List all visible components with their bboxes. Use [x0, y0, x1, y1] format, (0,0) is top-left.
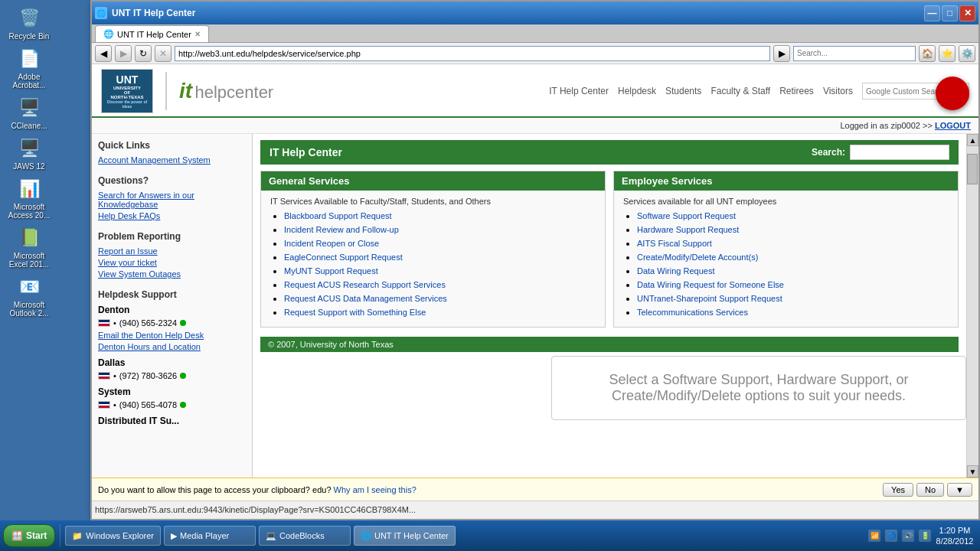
it-help-center-bar: IT Help Center Search: [260, 140, 959, 165]
access-label: Microsoft Access 20... [6, 203, 52, 220]
outlook-icon: 📧 [17, 275, 41, 299]
active-tab[interactable]: 🌐 UNT IT Help Center ✕ [95, 25, 209, 42]
desktop-icon-excel[interactable]: 📗 Microsoft Excel 201... [6, 226, 52, 269]
why-link[interactable]: Why am I seeing this? [334, 485, 416, 494]
nav-faculty-staff[interactable]: Faculty & Staff [710, 86, 770, 96]
aits-fiscal-link[interactable]: AITS Fiscal Support [637, 239, 712, 248]
email-denton-link[interactable]: Email the Denton Help Desk [98, 331, 246, 340]
view-ticket-link[interactable]: View your ticket [98, 258, 246, 267]
access-icon: 📊 [17, 177, 41, 201]
list-item: Data Wiring Request for Someone Else [637, 279, 949, 290]
employee-services-list: Software Support Request Hardware Suppor… [623, 210, 949, 318]
denton-hours-link[interactable]: Denton Hours and Location [98, 342, 246, 351]
list-item: Data Wiring Request [637, 266, 949, 276]
favorites-button[interactable]: ⭐ [939, 45, 956, 62]
quick-links-title: Quick Links [98, 140, 246, 151]
myunt-link[interactable]: MyUNT Support Request [284, 266, 378, 276]
desktop-icon-ccleaner[interactable]: 🖥️ CCleane... [6, 96, 52, 130]
taskbar-browser[interactable]: 🌐 UNT IT Help Center [354, 526, 456, 546]
recycle-bin-icon: 🗑️ [17, 6, 41, 31]
nav-visitors[interactable]: Visitors [823, 86, 853, 96]
account-mgmt-link[interactable]: Account Management System [98, 155, 246, 165]
something-else-link[interactable]: Request Support with Something Else [284, 308, 426, 317]
scroll-down-button[interactable]: ▼ [967, 465, 978, 478]
tray-sound-icon: 🔊 [902, 530, 914, 542]
desktop-icon-access[interactable]: 📊 Microsoft Access 20... [6, 177, 52, 220]
close-button[interactable]: ✕ [959, 5, 975, 21]
blackboard-link[interactable]: Blackboard Support Request [284, 211, 392, 220]
list-item: Incident Reopen or Close [284, 238, 596, 249]
eagleconnect-link[interactable]: EagleConnect Support Request [284, 253, 403, 262]
address-input[interactable] [175, 46, 770, 61]
employee-services-header: Employee Services [614, 171, 958, 191]
software-support-link[interactable]: Software Support Request [637, 211, 736, 220]
desktop-icon-recycle-bin[interactable]: 🗑️ Recycle Bin [6, 6, 52, 41]
minimize-button[interactable]: — [924, 5, 940, 21]
tools-button[interactable]: ⚙️ [959, 45, 975, 62]
desktop-icon-acrobat[interactable]: 📄 Adobe Acrobat... [6, 47, 52, 90]
close-notification-button[interactable]: ▼ [947, 483, 972, 497]
scroll-up-button[interactable]: ▲ [967, 134, 978, 146]
telecom-link[interactable]: Telecommunications Services [637, 308, 748, 317]
taskbar-media[interactable]: ▶ Media Player [164, 526, 256, 546]
taskbar-codeblock[interactable]: 💻 CodeBlocks [259, 526, 351, 546]
forward-button[interactable]: ▶ [115, 45, 132, 62]
home-button[interactable]: 🏠 [919, 45, 936, 62]
back-button[interactable]: ◀ [95, 45, 112, 62]
knowledgebase-link[interactable]: Search for Answers in our Knowledgebase [98, 191, 246, 209]
browser-icon: 🌐 [95, 7, 107, 19]
distributed-title: Distributed IT Su... [98, 416, 246, 426]
acrobat-icon: 📄 [17, 47, 41, 71]
acus-data-link[interactable]: Request ACUS Data Management Services [284, 294, 447, 303]
maximize-button[interactable]: □ [942, 5, 958, 21]
scroll-thumb[interactable] [967, 154, 978, 184]
incident-review-link[interactable]: Incident Review and Follow-up [284, 225, 399, 234]
distributed-section: Distributed IT Su... [98, 416, 246, 426]
nav-it-help-center[interactable]: IT Help Center [549, 86, 609, 96]
data-wiring-link[interactable]: Data Wiring Request [637, 266, 715, 276]
incident-reopen-link[interactable]: Incident Reopen or Close [284, 239, 379, 248]
explorer-icon: 📁 [72, 531, 83, 541]
scrollbar[interactable]: ▲ ▼ [966, 134, 978, 478]
outlook-label: Microsoft Outlook 2... [6, 301, 52, 318]
go-button[interactable]: ▶ [773, 45, 790, 62]
faq-link[interactable]: Help Desk FAQs [98, 211, 246, 220]
dallas-title: Dallas [98, 357, 246, 368]
employee-services-panel: Employee Services Services available for… [613, 171, 959, 328]
employee-services-body: Services available for all UNT employees… [614, 191, 958, 327]
employee-services-subtitle: Services available for all UNT employees [623, 197, 949, 206]
green-dot-denton [180, 320, 186, 326]
report-issue-link[interactable]: Report an Issue [98, 246, 246, 256]
data-wiring-someone-link[interactable]: Data Wiring Request for Someone Else [637, 280, 784, 289]
stop-button[interactable]: ✕ [155, 45, 172, 62]
desktop-icon-outlook[interactable]: 📧 Microsoft Outlook 2... [6, 275, 52, 318]
list-item: Incident Review and Follow-up [284, 224, 596, 235]
taskbar-explorer[interactable]: 📁 Windows Explorer [65, 526, 161, 546]
search-input[interactable] [797, 49, 912, 57]
code-icon: 💻 [266, 531, 276, 541]
tab-close-button[interactable]: ✕ [194, 30, 201, 38]
problem-reporting-title: Problem Reporting [98, 231, 246, 242]
scroll-track[interactable] [967, 146, 978, 465]
logout-link[interactable]: LOGOUT [935, 121, 971, 130]
yes-button[interactable]: Yes [883, 483, 913, 497]
desktop-icons: 🗑️ Recycle Bin 📄 Adobe Acrobat... 🖥️ CCl… [3, 0, 55, 324]
desktop-icon-jaws[interactable]: 🖥️ JAWS 12 [6, 136, 52, 171]
refresh-button[interactable]: ↻ [135, 45, 152, 62]
main-search-input[interactable] [850, 145, 949, 160]
untranet-link[interactable]: UNTranet-Sharepoint Support Request [637, 294, 782, 303]
acus-research-link[interactable]: Request ACUS Research Support Services [284, 280, 446, 289]
create-account-link[interactable]: Create/Modify/Delete Account(s) [637, 253, 758, 262]
tray-bluetooth-icon: 🔵 [885, 530, 897, 542]
red-circle [936, 77, 969, 110]
list-item: Create/Modify/Delete Account(s) [637, 252, 949, 262]
nav-retirees[interactable]: Retirees [779, 86, 814, 96]
hardware-support-link[interactable]: Hardware Support Request [637, 225, 739, 234]
nav-students[interactable]: Students [665, 86, 701, 96]
view-outages-link[interactable]: View System Outages [98, 269, 246, 279]
general-services-subtitle: IT Services Available to Faculty/Staff, … [270, 197, 596, 206]
status-url: https://arsweb75.ars.unt.edu:9443/kineti… [95, 505, 416, 514]
no-button[interactable]: No [916, 483, 944, 497]
nav-helpdesk[interactable]: Helpdesk [618, 86, 656, 96]
start-button[interactable]: 🪟 Start [3, 524, 55, 547]
